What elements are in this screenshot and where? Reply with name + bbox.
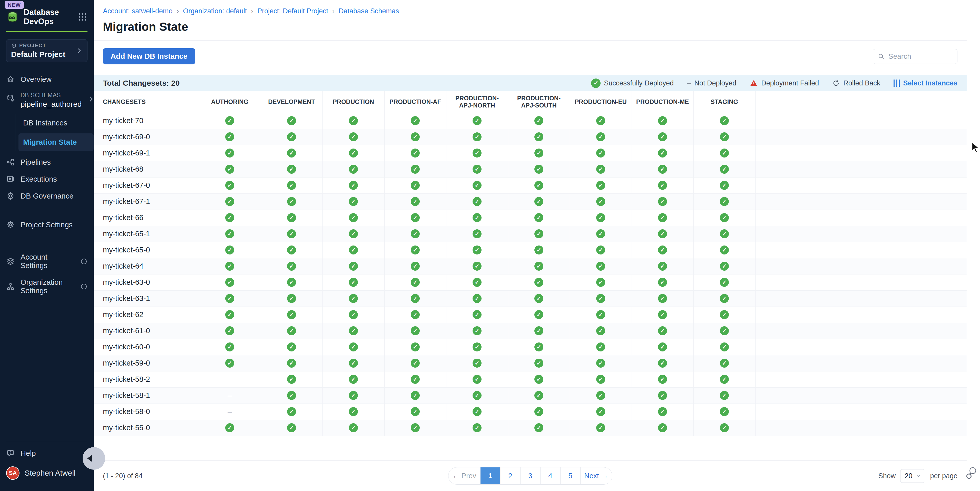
user-menu[interactable]: SA Stephen Atwell: [0, 462, 94, 484]
success-badge-icon: ✓: [349, 213, 358, 222]
search-input[interactable]: [888, 52, 953, 60]
success-badge-icon: ✓: [225, 149, 234, 157]
sidebar-item-db-schemas[interactable]: DB SCHEMAS pipeline_authored: [0, 88, 94, 113]
success-badge-icon: ✓: [720, 342, 729, 351]
table-row[interactable]: my-ticket-55-0✓✓✓✓✓✓✓✓✓: [94, 419, 967, 436]
page-size-select[interactable]: 20: [900, 469, 925, 483]
table-row[interactable]: my-ticket-62✓✓✓✓✓✓✓✓✓: [94, 307, 967, 323]
success-badge-icon: ✓: [658, 423, 667, 432]
table-row[interactable]: my-ticket-63-0✓✓✓✓✓✓✓✓✓: [94, 274, 967, 291]
success-badge-icon: ✓: [658, 116, 667, 125]
status-cell: ✓: [632, 371, 694, 388]
status-cell: ✓: [384, 226, 446, 242]
migration-state-table: CHANGESETSAUTHORINGDEVELOPMENTPRODUCTION…: [94, 91, 967, 436]
success-badge-icon: ✓: [473, 423, 482, 432]
status-cell: ✓: [199, 177, 261, 194]
success-badge-icon: ✓: [349, 229, 358, 238]
success-badge-icon: ✓: [225, 165, 234, 174]
sidebar-item-db-governance[interactable]: DB Governance: [0, 188, 94, 205]
status-cell: ✓: [261, 129, 323, 145]
add-db-instance-button[interactable]: Add New DB Instance: [103, 48, 195, 64]
success-badge-icon: ✓: [349, 165, 358, 174]
cube-icon: [11, 43, 17, 48]
next-page-button[interactable]: Next →: [580, 467, 612, 484]
status-cell: ✓: [199, 419, 261, 436]
table-row[interactable]: my-ticket-69-1✓✓✓✓✓✓✓✓✓: [94, 145, 967, 161]
sidebar-item-overview[interactable]: Overview: [0, 71, 94, 88]
project-selector[interactable]: PROJECT Default Project: [6, 39, 88, 62]
table-row[interactable]: my-ticket-66✓✓✓✓✓✓✓✓✓: [94, 210, 967, 226]
search-box[interactable]: [873, 49, 958, 64]
status-cell: ✓: [384, 242, 446, 258]
table-row[interactable]: my-ticket-67-0✓✓✓✓✓✓✓✓✓: [94, 177, 967, 194]
table-row[interactable]: my-ticket-63-1✓✓✓✓✓✓✓✓✓: [94, 291, 967, 307]
page-button-5[interactable]: 5: [560, 467, 580, 484]
success-badge-icon: ✓: [349, 294, 358, 303]
table-row[interactable]: my-ticket-65-0✓✓✓✓✓✓✓✓✓: [94, 242, 967, 258]
sidebar-item-executions[interactable]: Executions: [0, 171, 94, 188]
page-button-2[interactable]: 2: [500, 467, 520, 484]
table-row[interactable]: my-ticket-60-0✓✓✓✓✓✓✓✓✓: [94, 339, 967, 355]
sidebar-item-help[interactable]: ? Help: [0, 445, 94, 462]
changeset-name: my-ticket-62: [94, 307, 199, 323]
status-cell: ✓: [446, 145, 508, 161]
success-badge-icon: ✓: [225, 116, 234, 125]
sidebar-item-pipelines[interactable]: Pipelines: [0, 154, 94, 171]
select-instances-link[interactable]: Select Instances: [894, 79, 958, 87]
sidebar-item-migration-state[interactable]: Migration State: [19, 133, 94, 151]
success-badge-icon: ✓: [720, 407, 729, 416]
sidebar-item-account-settings[interactable]: Account Settings: [0, 249, 94, 274]
status-cell: ✓: [199, 258, 261, 274]
table-row[interactable]: my-ticket-70✓✓✓✓✓✓✓✓✓: [94, 113, 967, 129]
page-button-1[interactable]: 1: [480, 467, 500, 484]
status-cell: ✓: [508, 161, 570, 177]
sidebar-item-project-settings[interactable]: Project Settings: [0, 216, 94, 233]
status-cell: ✓: [323, 307, 384, 323]
breadcrumb-link[interactable]: Organization: default: [183, 7, 247, 15]
success-badge-icon: ✓: [473, 149, 482, 157]
table-row[interactable]: my-ticket-69-0✓✓✓✓✓✓✓✓✓: [94, 129, 967, 145]
table-row[interactable]: my-ticket-65-1✓✓✓✓✓✓✓✓✓: [94, 226, 967, 242]
table-row[interactable]: my-ticket-58-0–✓✓✓✓✓✓✓✓: [94, 404, 967, 419]
prev-page-button[interactable]: ← Prev: [449, 467, 480, 484]
success-badge-icon: ✓: [535, 423, 543, 432]
status-cell: ✓: [199, 129, 261, 145]
sidebar-item-organization-settings[interactable]: Organization Settings: [0, 274, 94, 299]
executions-icon: [6, 175, 15, 183]
status-cell: ✓: [632, 307, 694, 323]
table-row[interactable]: my-ticket-61-0✓✓✓✓✓✓✓✓✓: [94, 323, 967, 339]
success-badge-icon: ✓: [720, 294, 729, 303]
status-cell: ✓: [261, 291, 323, 307]
table-row[interactable]: my-ticket-67-1✓✓✓✓✓✓✓✓✓: [94, 194, 967, 210]
success-badge-icon: ✓: [720, 116, 729, 125]
success-badge-icon: ✓: [720, 197, 729, 206]
status-cell: ✓: [323, 339, 384, 355]
breadcrumb-link[interactable]: Database Schemas: [339, 7, 399, 15]
status-cell: ✓: [570, 307, 632, 323]
table-row[interactable]: my-ticket-58-2–✓✓✓✓✓✓✓✓: [94, 371, 967, 388]
success-badge-icon: ✓: [720, 149, 729, 157]
table-row[interactable]: my-ticket-59-0✓✓✓✓✓✓✓✓✓: [94, 355, 967, 371]
status-cell: ✓: [446, 404, 508, 419]
grid-icon[interactable]: [77, 12, 88, 22]
success-badge-icon: ✓: [658, 391, 667, 400]
status-cell: ✓: [384, 307, 446, 323]
table-row[interactable]: my-ticket-64✓✓✓✓✓✓✓✓✓: [94, 258, 967, 274]
status-cell: ✓: [570, 242, 632, 258]
table-row[interactable]: my-ticket-58-1–✓✓✓✓✓✓✓✓: [94, 388, 967, 404]
feedback-bubble-icon[interactable]: [965, 467, 978, 480]
page-button-4[interactable]: 4: [540, 467, 560, 484]
breadcrumb-link[interactable]: Project: Default Project: [257, 7, 328, 15]
success-badge-icon: ✓: [535, 407, 543, 416]
success-badge-icon: ✓: [473, 165, 482, 174]
success-badge-icon: ✓: [596, 278, 605, 287]
table-row[interactable]: my-ticket-68✓✓✓✓✓✓✓✓✓: [94, 161, 967, 177]
page-button-3[interactable]: 3: [520, 467, 540, 484]
sidebar-collapse-handle[interactable]: [83, 447, 105, 470]
status-cell: ✓: [384, 419, 446, 436]
sidebar-item-db-instances[interactable]: DB Instances: [19, 114, 94, 132]
breadcrumb-link[interactable]: Account: satwell-demo: [103, 7, 173, 15]
status-cell: ✓: [199, 161, 261, 177]
status-cell: ✓: [694, 161, 755, 177]
status-cell: ✓: [570, 419, 632, 436]
